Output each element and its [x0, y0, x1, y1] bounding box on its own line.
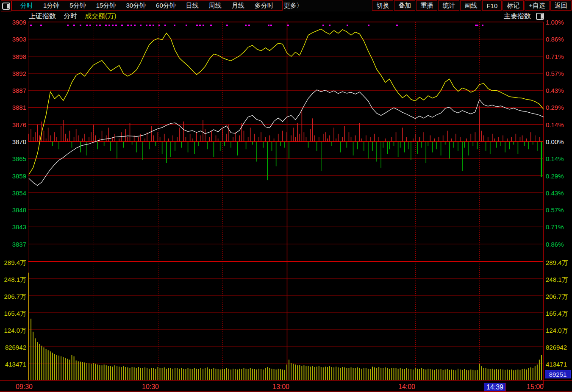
volume-bar: [123, 366, 124, 380]
net-bar: [415, 134, 416, 142]
net-bar: [138, 137, 139, 142]
period-menu-item-9[interactable]: 多分时: [250, 2, 279, 10]
volume-bar: [99, 365, 100, 380]
volume-bar: [530, 367, 531, 380]
net-bar: [48, 128, 49, 142]
volume-bar: [513, 370, 514, 380]
window-toggle-button[interactable]: [1, 0, 11, 11]
net-bar: [128, 137, 128, 142]
period-menu-item-10[interactable]: 更多〉: [279, 2, 308, 10]
net-bar: [389, 142, 390, 149]
action-button-6[interactable]: 标记: [503, 0, 524, 11]
net-bar: [170, 142, 171, 157]
action-button-1[interactable]: 叠加: [394, 0, 415, 11]
volume-bar: [402, 369, 403, 380]
net-bar: [211, 131, 212, 142]
volume-bar: [138, 367, 139, 380]
time-axis-label: 14:00: [398, 383, 415, 391]
volume-bar: [449, 370, 450, 380]
volume-bar: [224, 369, 225, 380]
net-bar: [274, 139, 275, 142]
volume-bar: [274, 369, 275, 380]
signal-dot: [89, 25, 91, 26]
net-bar: [378, 137, 379, 142]
net-bar: [494, 139, 495, 142]
net-bar: [179, 128, 180, 142]
volume-bar: [209, 369, 210, 380]
net-bar: [347, 142, 347, 148]
period-menu-item-6[interactable]: 日线: [181, 2, 204, 10]
action-button-8[interactable]: 返回: [550, 0, 572, 11]
net-bar: [462, 142, 463, 171]
period-menu-item-4[interactable]: 30分钟: [121, 2, 151, 10]
volume-bar: [58, 356, 59, 380]
volume-bar: [380, 368, 381, 380]
signal-dot: [146, 25, 147, 26]
price-axis-label: 3848: [0, 207, 26, 213]
net-bar: [443, 135, 444, 142]
percent-axis-label: 0.14%: [546, 121, 572, 128]
volume-bar: [374, 367, 375, 380]
signal-dot: [270, 25, 272, 26]
volume-bar: [162, 368, 163, 380]
volume-bar: [359, 368, 360, 380]
percent-axis-label: 0.14%: [546, 156, 572, 162]
intraday-chart-canvas[interactable]: [28, 18, 544, 385]
volume-bar: [52, 353, 53, 380]
period-menu-item-5[interactable]: 60分钟: [151, 2, 181, 10]
volume-axis-label: 826942: [546, 344, 572, 350]
net-bar: [130, 123, 131, 142]
period-menu-item-0[interactable]: 分时: [15, 2, 38, 10]
volume-bar: [258, 369, 259, 380]
net-bar: [162, 142, 163, 154]
net-bar: [366, 135, 367, 142]
action-button-2[interactable]: 重播: [416, 0, 437, 11]
volume-bar: [415, 368, 416, 380]
volume-bar: [91, 364, 92, 380]
period-menu-item-2[interactable]: 5分钟: [64, 2, 91, 10]
net-bar: [374, 134, 375, 142]
volume-bar: [35, 338, 36, 380]
volume-bar: [160, 368, 161, 380]
net-bar: [207, 142, 208, 149]
signal-dot: [105, 25, 107, 26]
volume-bar: [188, 368, 189, 380]
action-button-4[interactable]: 画线: [460, 0, 481, 11]
volume-bar: [319, 366, 319, 380]
volume-bar: [425, 370, 426, 380]
net-bar: [44, 131, 44, 142]
net-bar: [526, 139, 527, 142]
action-button-3[interactable]: 统计: [438, 0, 459, 11]
net-bar: [361, 139, 362, 142]
action-button-5[interactable]: F10: [482, 0, 502, 11]
volume-bar: [338, 367, 339, 380]
net-bar: [220, 142, 221, 151]
volume-bar: [213, 368, 214, 380]
volume-bar: [278, 369, 279, 380]
net-bar: [183, 122, 184, 142]
net-bar: [364, 142, 364, 151]
volume-bar: [244, 368, 244, 380]
volume-bar: [164, 367, 165, 380]
period-menu-item-8[interactable]: 月线: [227, 2, 250, 10]
net-bar: [293, 128, 294, 142]
volume-bar: [216, 369, 217, 380]
volume-bar: [237, 370, 238, 380]
volume-bar: [89, 363, 89, 380]
net-bar: [537, 142, 538, 151]
period-menu-item-3[interactable]: 15分钟: [91, 2, 121, 10]
period-menu-item-7[interactable]: 周线: [204, 2, 227, 10]
net-bar: [466, 139, 467, 142]
current-time-badge: 14:39: [484, 383, 506, 392]
net-bar: [398, 142, 399, 157]
net-bar: [248, 137, 249, 142]
net-bar: [428, 142, 429, 146]
net-bar: [82, 139, 83, 142]
net-bar: [349, 132, 350, 142]
net-bar: [411, 142, 411, 160]
action-button-0[interactable]: 切换: [372, 0, 393, 11]
period-menu-item-1[interactable]: 1分钟: [38, 2, 64, 10]
volume-bar: [517, 370, 518, 380]
action-button-7[interactable]: +自选: [525, 0, 550, 11]
signal-dot: [153, 25, 154, 26]
